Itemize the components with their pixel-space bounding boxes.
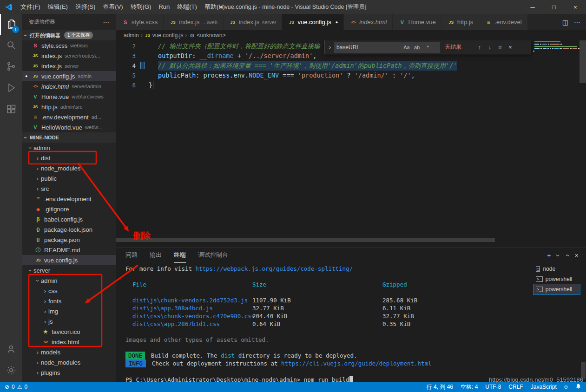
find-previous-button[interactable]: ↑ [474, 44, 485, 51]
tree-folder-src[interactable]: ›src [22, 183, 116, 194]
find-close-button[interactable]: × [505, 44, 515, 51]
search-activity-button[interactable] [0, 35, 22, 57]
run-debug-activity-button[interactable] [0, 78, 22, 99]
tree-folder-admin[interactable]: ›admin [22, 143, 116, 153]
tree-folder-models[interactable]: ›models [22, 347, 116, 357]
editor-tab[interactable]: index.jsserver [224, 14, 283, 30]
status-item[interactable]: 空格: 4 [461, 383, 478, 391]
status-item[interactable]: UTF-8 [485, 384, 501, 390]
find-collapse-chevron-icon[interactable]: › [327, 44, 333, 51]
status-item[interactable]: CRLF [508, 384, 523, 390]
breadcrumb-item[interactable]: vue.config.js [145, 32, 184, 39]
tree-folder-public[interactable]: ›public [22, 173, 116, 183]
menu-item[interactable]: 转到(G) [127, 0, 155, 14]
tree-folder-admin[interactable]: ›admin [22, 275, 116, 286]
source-control-activity-button[interactable] [0, 57, 22, 78]
close-panel-icon[interactable]: × [575, 252, 579, 259]
explorer-activity-button[interactable]: 1 [0, 14, 22, 35]
sidebar-more-actions-icon[interactable]: ⋯ [103, 19, 110, 26]
extensions-activity-button[interactable] [0, 99, 22, 121]
breadcrumb-item[interactable]: <unknown> [189, 32, 225, 39]
open-editor-item[interactable]: http.jsadmin\src [22, 102, 116, 112]
open-editor-item[interactable]: index.jsserver [22, 61, 116, 71]
panel-tab[interactable]: 问题 [125, 248, 138, 263]
settings-button[interactable] [0, 360, 22, 382]
tree-file-favicon.ico[interactable]: favicon.ico [22, 327, 116, 337]
tree-file-.gitignore[interactable]: .gitignore [22, 204, 116, 214]
tree-folder-server[interactable]: ›server [22, 265, 116, 275]
menu-item[interactable]: 选择(S) [72, 0, 99, 14]
panel-tab[interactable]: 输出 [150, 248, 162, 263]
find-next-button[interactable]: ↓ [485, 44, 495, 51]
editor-tab[interactable]: index.js...\web [164, 14, 223, 30]
editor-tab[interactable]: .env.devel [479, 14, 527, 30]
maximize-button[interactable]: □ [543, 0, 565, 14]
editor-horizontal-scrollbar[interactable] [116, 238, 495, 242]
menu-item[interactable]: 查看(V) [99, 0, 126, 14]
regex-toggle[interactable]: .* [422, 45, 432, 50]
notifications-bell-icon[interactable] [575, 383, 581, 391]
account-button[interactable] [0, 339, 22, 360]
editor-tab[interactable]: vue.config.js● [282, 14, 344, 30]
open-editor-item[interactable]: index.jsserver\routes\... [22, 51, 116, 61]
tree-folder-js[interactable]: ›js [22, 316, 116, 327]
find-in-selection-button[interactable]: ≡ [495, 44, 505, 51]
close-button[interactable]: × [565, 0, 586, 14]
open-editors-header[interactable]: › 打开的编辑器 1 个未保存 [22, 30, 116, 40]
minimize-button[interactable]: ─ [522, 0, 543, 14]
json-file-icon [34, 236, 42, 243]
menu-item[interactable]: 编辑(E) [44, 0, 72, 14]
tree-file-vue.config.js[interactable]: vue.config.js [22, 255, 116, 265]
editor-vertical-scrollbar[interactable] [579, 40, 586, 247]
tree-file-.env.development[interactable]: .env.development [22, 194, 116, 204]
editor-tab[interactable]: http.js [442, 14, 480, 30]
tree-folder-node_modules[interactable]: ›node_modules [22, 163, 116, 173]
project-folder-header[interactable]: › MINE-NODE [22, 132, 116, 143]
panel-tab[interactable]: 调试控制台 [198, 248, 228, 263]
tree-folder-fonts[interactable]: ›fonts [22, 296, 116, 306]
modified-indicator-icon[interactable]: ● [336, 20, 338, 25]
editor-tab[interactable]: style.scss [116, 14, 164, 30]
status-item[interactable]: 行 4, 列 46 [427, 383, 453, 391]
tree-file-index.html[interactable]: index.html [22, 337, 116, 347]
open-editor-item[interactable]: .env.developmentad... [22, 112, 116, 122]
tree-file-README.md[interactable]: README.md [22, 245, 116, 255]
problems-status[interactable]: ⊘ 0 ⚠ 0 [5, 384, 27, 390]
split-editor-icon[interactable]: ◫ [562, 19, 568, 26]
tree-file-babel.config.js[interactable]: babel.config.js [22, 214, 116, 224]
find-input[interactable] [336, 44, 402, 51]
status-item[interactable]: JavaScript [531, 384, 557, 390]
menu-item[interactable]: Run [155, 0, 173, 14]
terminal-output[interactable]: For more info visit https://webpack.js.o… [116, 263, 533, 382]
tree-folder-css[interactable]: ›css [22, 286, 116, 296]
panel-tab[interactable]: 终端 [174, 248, 186, 263]
tree-folder-img[interactable]: ›img [22, 306, 116, 316]
open-editor-item[interactable]: style.scssweb\src [22, 40, 116, 51]
tree-file-package-lock.json[interactable]: package-lock.json [22, 224, 116, 235]
tree-folder-dist[interactable]: ›dist [22, 153, 116, 163]
terminal-instance-node[interactable]: □node [533, 264, 580, 274]
editor-tab[interactable]: Home.vue [393, 14, 441, 30]
new-terminal-button[interactable]: + [547, 252, 551, 259]
minimap[interactable] [533, 41, 579, 247]
open-editor-item[interactable]: Home.vueweb\src\views [22, 91, 116, 102]
editor-more-actions-icon[interactable]: ⋯ [574, 19, 580, 26]
tree-file-package.json[interactable]: package.json [22, 235, 116, 245]
tree-folder-node_modules[interactable]: ›node_modules [22, 357, 116, 367]
editor-tab[interactable]: index.html [344, 14, 393, 30]
maximize-panel-icon[interactable]: › [563, 254, 571, 256]
terminal-instance-powershell[interactable]: >_powershell [533, 284, 580, 294]
menu-item[interactable]: 文件(F) [17, 0, 44, 14]
open-editor-item[interactable]: ●vue.config.jsadmin [22, 71, 116, 81]
terminal-instance-powershell[interactable]: >_powershell [533, 274, 580, 284]
open-editor-item[interactable]: HelloWorld.vueweb\s... [22, 122, 116, 132]
code-editor[interactable]: 2// 输出文件夹（配置文件时，将配置好的静态文件直接输3outputDir: … [116, 40, 586, 247]
match-case-toggle[interactable]: Aa [402, 45, 412, 50]
tree-folder-plugins[interactable]: ›plugins [22, 367, 116, 378]
menu-item[interactable]: 终端(T) [173, 0, 201, 14]
breadcrumb-item[interactable]: admin [124, 32, 139, 39]
open-editor-item[interactable]: index.htmlserver\admin [22, 81, 116, 91]
whole-word-toggle[interactable]: ab [412, 45, 422, 50]
feedback-smiley-icon[interactable]: ☺ [563, 384, 569, 390]
terminal-dropdown-icon[interactable]: › [555, 254, 562, 256]
